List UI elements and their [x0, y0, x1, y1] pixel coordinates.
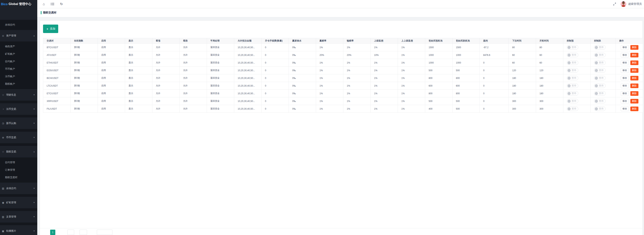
delete-button[interactable]: 删除	[630, 99, 638, 103]
delete-button[interactable]: 删除	[630, 60, 638, 65]
sidebar-group-item[interactable]: ⊚ 币币交易 ▼	[0, 132, 37, 143]
sidebar-group-item[interactable]: ☆ 理财生息 ▼	[0, 89, 37, 101]
collapse-menu-icon[interactable]	[51, 2, 54, 6]
delete-button[interactable]: 删除	[630, 107, 638, 111]
cell-pool-down: 600	[452, 82, 480, 90]
edit-button[interactable]: 修改	[621, 76, 629, 80]
table-header-cell[interactable]: 上级返佣	[370, 38, 398, 44]
app-logo: Bico Global 管理中心	[0, 0, 37, 8]
control-up-toggle[interactable]: 禁用	[567, 76, 578, 80]
sidebar-group-item[interactable]: ▥ 文章管理 ▼	[0, 211, 37, 223]
edit-button[interactable]: 修改	[621, 45, 629, 50]
table-header-cell[interactable]: 当前期数	[70, 38, 98, 44]
table-header-cell[interactable]: 开仓手续费(数量)	[262, 38, 289, 44]
cell-control-up: 禁用	[563, 74, 590, 82]
edit-button[interactable]: 修改	[621, 99, 629, 103]
control-down-toggle[interactable]: 禁用	[594, 83, 606, 88]
sidebar-sub-item[interactable]: 合约管理	[0, 159, 37, 166]
table-header-cell[interactable]: 控制跌	[590, 38, 616, 44]
table-header-cell[interactable]: 看涨	[152, 38, 180, 44]
table-header-cell[interactable]: 启用	[98, 38, 125, 44]
control-up-toggle[interactable]: 禁用	[567, 60, 578, 65]
toggle-label: 禁用	[572, 107, 576, 110]
table-header-cell[interactable]: 赢赔率	[316, 38, 343, 44]
cell-control-down: 禁用	[590, 51, 616, 59]
edit-button[interactable]: 修改	[621, 91, 629, 96]
sidebar-sub-item[interactable]: 法币账户	[0, 73, 37, 80]
pagination-current-page[interactable]: 1	[50, 230, 55, 235]
refresh-icon[interactable]: ↻	[60, 2, 64, 6]
sidebar-sub-item[interactable]: 币币账户	[0, 65, 37, 73]
control-up-toggle[interactable]: 禁用	[567, 45, 578, 49]
cell-allow-down: 允许	[180, 82, 207, 90]
table-header-cell[interactable]: 看跌	[180, 38, 207, 44]
table-header-cell[interactable]: 下注时间	[509, 38, 536, 44]
control-down-toggle[interactable]: 禁用	[594, 99, 606, 103]
table-header-cell[interactable]: 上上级返佣	[398, 38, 425, 44]
delete-button[interactable]: 删除	[630, 83, 638, 88]
add-button[interactable]: ＋ 添加	[43, 24, 58, 33]
sidebar-group-item[interactable]: ▤ 永续合约 ▼	[0, 183, 37, 194]
delete-button[interactable]: 删除	[630, 45, 638, 50]
table-header-cell[interactable]: 输赔率	[343, 38, 370, 44]
table-header-cell[interactable]: 盈利	[480, 38, 509, 44]
table-header-cell[interactable]: 初始买涨奖池	[425, 38, 452, 44]
control-up-toggle[interactable]: 禁用	[567, 107, 578, 111]
sidebar-group-item[interactable]: ☆ 期权交易 ▲	[0, 146, 37, 157]
control-up-toggle[interactable]: 禁用	[567, 83, 578, 88]
delete-button[interactable]: 删除	[630, 91, 638, 96]
sidebar-sub-item[interactable]: 永续合约	[0, 21, 37, 28]
avatar[interactable]	[620, 1, 626, 7]
sidebar-sub-item[interactable]: 订单管理	[0, 166, 37, 174]
table-header-cell[interactable]: 控制涨	[563, 38, 590, 44]
edit-button[interactable]: 修改	[621, 83, 629, 88]
control-up-toggle[interactable]: 禁用	[567, 53, 578, 57]
cell-winner-rake: 0‰	[289, 90, 316, 97]
control-down-toggle[interactable]: 禁用	[594, 76, 606, 80]
sidebar-group-item[interactable]	[0, 8, 37, 20]
table-header-cell[interactable]: 平局处理	[207, 38, 234, 44]
sidebar-sub-item[interactable]: 钱包资产	[0, 43, 37, 50]
admin-name[interactable]: 超级管理员	[628, 2, 642, 6]
delete-button[interactable]: 删除	[630, 53, 638, 57]
pagination-page-size-select[interactable]	[97, 230, 112, 235]
table-header-cell[interactable]: 开奖时间	[536, 38, 563, 44]
control-up-toggle[interactable]: 禁用	[567, 68, 578, 73]
pagination-button[interactable]	[80, 230, 87, 235]
sidebar-group-item[interactable]: ◷ 新币认购 ▼	[0, 117, 37, 129]
sidebar-sub-item[interactable]: 期权账户	[0, 80, 37, 88]
control-down-toggle[interactable]: 禁用	[594, 53, 606, 57]
sidebar-sub-item[interactable]: 矿机账户	[0, 50, 37, 58]
cell-open-time: 180	[536, 74, 563, 82]
sidebar-group-item[interactable]: ◉ 矿机管理 ▼	[0, 197, 37, 208]
cell-allow-up: 允许	[152, 67, 180, 74]
control-down-toggle[interactable]: 禁用	[594, 68, 606, 73]
sidebar-sub-item[interactable]: 合约账户	[0, 58, 37, 65]
table-header-cell[interactable]: 显示	[125, 38, 152, 44]
control-up-toggle[interactable]: 禁用	[567, 91, 578, 96]
table-header-cell[interactable]: 交易对	[43, 38, 70, 44]
delete-button[interactable]: 删除	[630, 76, 638, 80]
control-down-toggle[interactable]: 禁用	[594, 45, 606, 49]
fullscreen-icon[interactable]	[613, 2, 616, 6]
delete-button[interactable]: 删除	[630, 68, 638, 73]
edit-button[interactable]: 修改	[621, 60, 629, 65]
control-down-toggle[interactable]: 禁用	[594, 60, 606, 65]
control-down-toggle[interactable]: 禁用	[594, 107, 606, 111]
sidebar-group-item[interactable]: ⊙ 资产管理 ▲	[0, 30, 37, 41]
pagination-button[interactable]	[68, 230, 74, 235]
cell-control-down: 禁用	[590, 74, 616, 82]
control-up-toggle[interactable]: 禁用	[567, 99, 578, 103]
table-header-cell[interactable]: 赢家抽水	[289, 38, 316, 44]
edit-button[interactable]: 修改	[621, 68, 629, 73]
table-header-cell[interactable]: 初始买跌奖池	[452, 38, 480, 44]
sidebar-group-item[interactable]: ◔ 法币交易 ▼	[0, 103, 37, 115]
home-icon[interactable]: ⌂	[42, 2, 46, 6]
sidebar-group-item[interactable]: ▣ 轮播图片 ▼	[0, 225, 37, 235]
table-header-cell[interactable]: 允许投注金额	[234, 38, 262, 44]
sidebar-sub-item[interactable]: 期权交易对	[0, 174, 37, 181]
table-header-cell[interactable]: 操作	[616, 38, 643, 44]
edit-button[interactable]: 修改	[621, 53, 629, 57]
edit-button[interactable]: 修改	[621, 107, 629, 111]
control-down-toggle[interactable]: 禁用	[594, 91, 606, 96]
